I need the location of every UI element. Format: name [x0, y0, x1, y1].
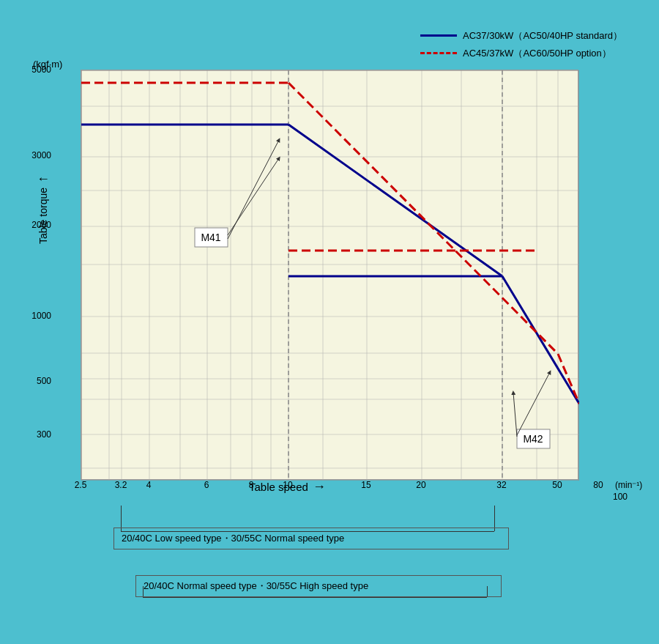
x-tick-20: 20: [416, 480, 425, 490]
plot-area: M41 M42: [81, 70, 578, 480]
y-tick-300: 300: [37, 429, 51, 440]
y-tick-5000: 5000: [31, 64, 51, 75]
svg-text:M42: M42: [523, 433, 543, 445]
svg-line-39: [288, 83, 558, 354]
x-axis-label-container: Table speed →: [249, 479, 326, 495]
svg-line-35: [288, 125, 502, 276]
x-axis-arrow: →: [313, 479, 326, 495]
legend-line-dashed: [420, 52, 457, 54]
x-tick-80: 80: [593, 480, 603, 490]
x-axis-label: Table speed: [249, 481, 308, 493]
bottom-note-box-1: 20/40C Low speed type・30/55C Normal spee…: [113, 528, 509, 549]
x-tick-2.5: 2.5: [75, 480, 87, 490]
y-axis-arrow: ↑: [35, 176, 51, 182]
bracket-top-2: [143, 597, 487, 599]
x-tick-50: 50: [552, 480, 562, 490]
x-tick-100: 100: [613, 492, 628, 502]
bottom-note-box-2: 20/40C Normal speed type・30/55C High spe…: [135, 575, 502, 597]
legend-label-1: AC37/30kW（AC50/40HP standard）: [463, 29, 622, 42]
x-tick-15: 15: [361, 480, 371, 490]
legend-line-solid: [420, 34, 457, 37]
y-tick-500: 500: [37, 376, 51, 386]
svg-line-49: [517, 372, 550, 435]
svg-line-36: [502, 276, 579, 404]
y-tick-1000: 1000: [31, 311, 51, 321]
svg-line-45: [228, 140, 279, 239]
x-tick-4: 4: [146, 480, 152, 490]
y-axis-label: Table torque ↑: [35, 176, 51, 244]
x-tick-6: 6: [204, 480, 209, 490]
y-tick-2000: 2000: [31, 220, 51, 230]
chart-inner: AC37/30kW（AC50/40HP standard） AC45/37kW（…: [29, 29, 630, 615]
legend-item-1: AC37/30kW（AC50/40HP standard）: [420, 29, 622, 42]
chart-svg: M41 M42: [81, 70, 579, 481]
x-tick-32: 32: [496, 480, 506, 490]
y-tick-3000: 3000: [31, 150, 51, 160]
x-tick-unit: (min⁻¹): [615, 480, 642, 490]
legend-label-2: AC45/37kW（AC60/50HP option）: [463, 47, 611, 60]
x-tick-3.2: 3.2: [115, 480, 127, 490]
chart-container: AC37/30kW（AC50/40HP standard） AC45/37kW（…: [15, 15, 644, 630]
legend: AC37/30kW（AC50/40HP standard） AC45/37kW（…: [420, 29, 622, 60]
svg-text:M41: M41: [201, 232, 220, 243]
legend-item-2: AC45/37kW（AC60/50HP option）: [420, 47, 622, 60]
